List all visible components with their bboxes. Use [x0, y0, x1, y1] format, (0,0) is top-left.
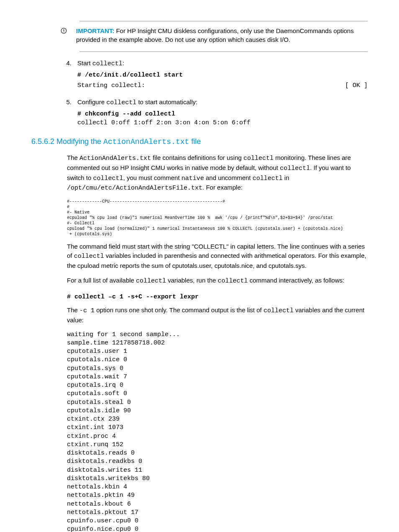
step-body: Start collectl: # /etc/init.d/collectl s…	[77, 59, 368, 90]
output-block: waiting for 1 second sample... sample.ti…	[67, 331, 368, 532]
important-body: For HP Insight CMU diskless configuratio…	[76, 27, 354, 43]
command-paragraph: # collectl –c 1 -s+C --export lexpr	[67, 292, 368, 301]
inline-code: collectl	[253, 175, 283, 182]
command-line: # collectl –c 1 -s+C --export lexpr	[67, 293, 199, 301]
section-heading-code: ActionAndAlerts.txt	[103, 138, 189, 146]
important-callout: IMPORTANT:For HP Insight CMU diskless co…	[61, 26, 368, 44]
command-block: # chkconfig --add collectl collectl 0:of…	[77, 110, 368, 127]
paragraph-4: The -c 1 option runs one shot only. The …	[67, 306, 368, 325]
section-heading: 6.5.6.2 Modifying the ActionAndAlerts.tx…	[31, 136, 368, 147]
inline-code: collectl	[74, 253, 104, 260]
text: option runs one shot only. The command o…	[95, 306, 263, 314]
text: The	[67, 306, 79, 314]
inline-code: collectl	[280, 165, 310, 172]
inline-code: collectl	[218, 278, 248, 285]
inline-code: collectl	[136, 278, 166, 285]
svg-rect-1	[64, 29, 64, 31]
paragraph-2: The command field must start with the st…	[67, 242, 368, 270]
step-5: 5. Configure collectl to start automatic…	[61, 98, 368, 129]
paragraph-3: For a full list of available collectl va…	[67, 276, 368, 286]
text: command interactively, as follows:	[248, 277, 345, 284]
text: variables included in parenthesis and co…	[67, 252, 366, 269]
inline-code: -c 1	[79, 307, 95, 314]
text: in	[283, 174, 289, 181]
output-line: Starting collectl: [ OK ]	[77, 81, 368, 90]
text: and uncomment	[204, 174, 253, 181]
step-body: Configure collectl to start automaticall…	[77, 98, 368, 129]
step-text-pre: Start	[77, 59, 92, 67]
inline-code: collectl	[243, 155, 274, 162]
text: For a full list of available	[67, 277, 136, 284]
command-block: # /etc/init.d/collectl start	[77, 71, 368, 80]
section-number-text: 6.5.6.2 Modifying the	[31, 137, 103, 146]
inline-code: ActionAndAlerts.txt	[79, 155, 151, 162]
small-code-block: #-------------CPU-----------------------…	[67, 199, 368, 237]
svg-rect-2	[64, 32, 64, 32]
step-text-post: to start automatically:	[136, 98, 197, 105]
text: , you must comment	[123, 174, 182, 181]
page-container: IMPORTANT:For HP Insight CMU diskless co…	[0, 0, 399, 532]
command-line: # /etc/init.d/collectl start	[77, 71, 368, 80]
inline-code: collectl	[93, 175, 123, 182]
section-heading-post: file	[189, 137, 201, 146]
step-number: 5.	[61, 98, 72, 129]
output-right: [ OK ]	[345, 81, 368, 90]
command-line: # chkconfig --add collectl	[77, 110, 368, 118]
output-left: Starting collectl:	[77, 81, 145, 90]
step-list: 4. Start collectl: # /etc/init.d/collect…	[61, 59, 368, 129]
text: file contains definitions for using	[151, 154, 243, 161]
text: . For example:	[202, 184, 243, 191]
step-text-post: :	[123, 59, 124, 67]
paragraph-1: The ActionAndAlerts.txt file contains de…	[67, 153, 368, 193]
text: variables, run the	[166, 277, 217, 284]
text: The	[67, 154, 79, 161]
horizontal-rule-top	[79, 21, 368, 21]
horizontal-rule-bottom	[79, 51, 368, 52]
important-label: IMPORTANT:	[76, 27, 114, 34]
inline-code: collectl	[263, 307, 294, 314]
step-number: 4.	[61, 59, 72, 90]
inline-code: collectl	[92, 60, 123, 67]
output-line: collectl 0:off 1:off 2:on 3:on 4:on 5:on…	[77, 118, 368, 127]
inline-code: /opt/cmu/etc/ActionAndAlertsFile.txt	[67, 185, 202, 192]
important-text: IMPORTANT:For HP Insight CMU diskless co…	[76, 26, 368, 44]
step-4: 4. Start collectl: # /etc/init.d/collect…	[61, 59, 368, 90]
inline-code: collectl	[106, 99, 136, 106]
step-text-pre: Configure	[77, 98, 106, 105]
inline-code: native	[182, 175, 204, 182]
warning-icon	[61, 27, 67, 36]
